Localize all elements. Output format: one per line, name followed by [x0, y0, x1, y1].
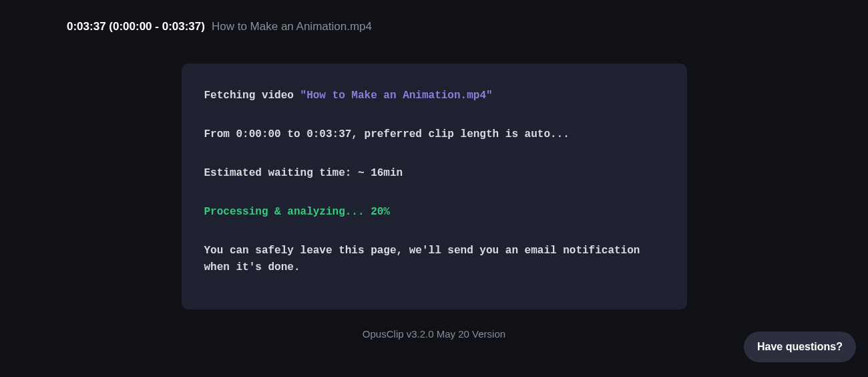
- video-filename: How to Make an Animation.mp4: [212, 20, 372, 33]
- progress-line: Processing & analyzing... 20%: [204, 204, 664, 220]
- video-timestamp: 0:03:37 (0:00:00 - 0:03:37): [67, 20, 205, 33]
- eta-line: Estimated waiting time: ~ 16min: [204, 165, 664, 181]
- version-footer: OpusClip v3.2.0 May 20 Version: [0, 328, 868, 340]
- help-button[interactable]: Have questions?: [744, 332, 856, 362]
- fetching-video-name: "How to Make an Animation.mp4": [300, 90, 493, 102]
- processing-console: Fetching video "How to Make an Animation…: [182, 64, 687, 309]
- header-bar: 0:03:37 (0:00:00 - 0:03:37) How to Make …: [0, 0, 868, 33]
- fetching-label: Fetching video: [204, 90, 300, 102]
- range-line: From 0:00:00 to 0:03:37, preferred clip …: [204, 126, 664, 142]
- fetching-line: Fetching video "How to Make an Animation…: [204, 88, 664, 104]
- notice-line: You can safely leave this page, we'll se…: [204, 243, 664, 276]
